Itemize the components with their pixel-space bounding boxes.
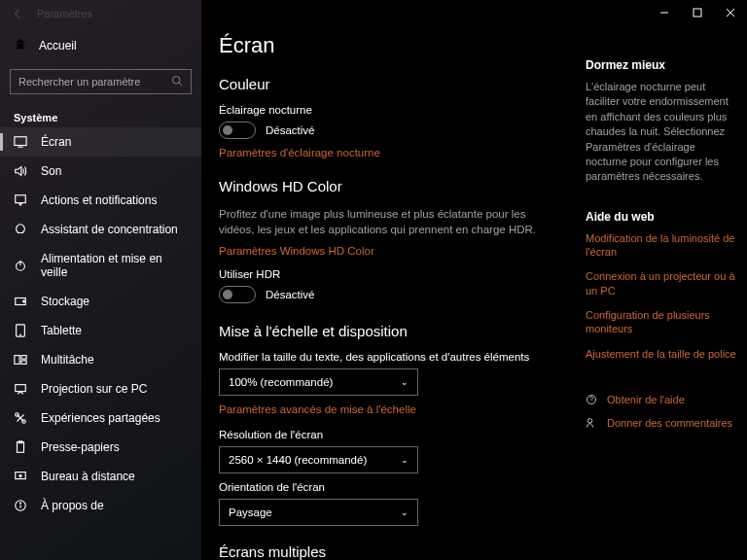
hdr-toggle[interactable] — [219, 286, 256, 303]
nav-son[interactable]: Son — [0, 157, 201, 186]
nav-list: Écran Son Actions et notifications Assis… — [0, 127, 201, 560]
orientation-select[interactable]: Paysage ⌄ — [219, 499, 418, 526]
webhelp-link[interactable]: Ajustement de la taille de police — [586, 347, 739, 361]
nav-item-label: Multitâche — [41, 353, 94, 367]
nav-item-label: Bureau à distance — [41, 470, 135, 483]
remote-icon — [14, 470, 27, 483]
nav-item-label: À propos de — [41, 499, 104, 512]
nav-projection[interactable]: Projection sur ce PC — [0, 374, 201, 403]
nav-item-label: Son — [41, 164, 61, 178]
maximize-button[interactable] — [681, 0, 714, 25]
sound-icon — [14, 164, 27, 178]
minimize-button[interactable] — [648, 0, 681, 25]
nav-about[interactable]: À propos de — [0, 491, 201, 520]
section-heading-scale: Mise à l'échelle et disposition — [219, 323, 586, 339]
hdcolor-settings-link[interactable]: Paramètres Windows HD Color — [219, 245, 586, 257]
nav-ecran[interactable]: Écran — [0, 127, 201, 157]
hdr-label: Utiliser HDR — [219, 268, 586, 280]
orientation-label: Orientation de l'écran — [219, 481, 586, 493]
focus-icon — [14, 223, 27, 236]
feedback-label: Donner des commentaires — [607, 417, 732, 429]
hdcolor-desc: Profitez d'une image plus lumineuse et p… — [219, 206, 540, 237]
display-icon — [14, 135, 27, 149]
home-button[interactable]: Accueil — [0, 29, 201, 61]
section-heading-multi: Écrans multiples — [219, 543, 586, 560]
svg-rect-17 — [21, 361, 26, 365]
svg-rect-16 — [21, 356, 26, 360]
home-icon — [14, 37, 27, 53]
home-label: Accueil — [39, 39, 77, 52]
nav-item-label: Alimentation et mise en veille — [41, 252, 188, 279]
projection-icon — [14, 382, 27, 396]
nav-shared[interactable]: Expériences partagées — [0, 403, 201, 433]
resolution-label: Résolution de l'écran — [219, 429, 586, 440]
webhelp-link[interactable]: Connexion à un projecteur ou à un PC — [586, 269, 739, 298]
get-help-link[interactable]: Obtenir de l'aide — [586, 394, 739, 405]
resolution-value: 2560 × 1440 (recommandé) — [229, 454, 367, 466]
close-button[interactable] — [714, 0, 747, 25]
scale-value: 100% (recommandé) — [229, 376, 333, 388]
clipboard-icon — [14, 440, 27, 454]
nightlight-label: Éclairage nocturne — [219, 104, 586, 116]
chevron-down-icon: ⌄ — [401, 508, 409, 517]
nightlight-toggle[interactable] — [219, 122, 256, 139]
window-controls — [648, 0, 747, 25]
svg-rect-1 — [694, 9, 701, 17]
hdr-state: Désactivé — [266, 289, 315, 300]
tablet-icon — [14, 324, 27, 337]
chevron-down-icon: ⌄ — [401, 455, 409, 465]
shared-icon — [14, 411, 27, 425]
advanced-scale-link[interactable]: Paramètres avancés de mise à l'échelle — [219, 403, 586, 415]
tip-heading: Dormez mieux — [586, 58, 739, 72]
nav-multitask[interactable]: Multitâche — [0, 345, 201, 374]
webhelp-link[interactable]: Modification de la luminosité de l'écran — [586, 231, 739, 260]
storage-icon — [14, 295, 27, 308]
webhelp-heading: Aide du web — [586, 210, 739, 224]
svg-point-19 — [16, 413, 19, 417]
nav-item-label: Stockage — [41, 295, 89, 308]
multitask-icon — [14, 353, 27, 367]
help-icon — [586, 394, 597, 405]
category-label: Système — [0, 102, 201, 127]
nav-clipboard[interactable]: Presse-papiers — [0, 433, 201, 462]
svg-rect-18 — [16, 385, 26, 392]
nav-item-label: Tablette — [41, 324, 82, 337]
section-heading-hdcolor: Windows HD Color — [219, 178, 586, 194]
orientation-value: Paysage — [229, 507, 272, 518]
nav-storage[interactable]: Stockage — [0, 287, 201, 316]
nav-item-label: Actions et notifications — [41, 193, 157, 207]
tip-text: L'éclairage nocturne peut faciliter votr… — [586, 80, 739, 185]
notifications-icon — [14, 193, 27, 207]
nav-remote[interactable]: Bureau à distance — [0, 462, 201, 491]
svg-line-5 — [179, 83, 182, 86]
svg-point-28 — [587, 418, 592, 423]
svg-rect-21 — [18, 442, 24, 453]
nav-power[interactable]: Alimentation et mise en veille — [0, 244, 201, 287]
get-help-label: Obtenir de l'aide — [607, 394, 685, 405]
svg-point-4 — [173, 77, 181, 85]
svg-rect-15 — [15, 356, 19, 365]
nightlight-state: Désactivé — [266, 124, 315, 136]
nav-item-label: Expériences partagées — [41, 411, 160, 425]
nav-focus[interactable]: Assistant de concentration — [0, 215, 201, 244]
scale-label: Modifier la taille du texte, des applica… — [219, 351, 586, 363]
svg-point-26 — [20, 503, 21, 504]
main-content: Écran Couleur Éclairage nocturne Désacti… — [201, 0, 586, 560]
power-icon — [14, 259, 27, 272]
nav-item-label: Écran — [41, 135, 71, 149]
feedback-link[interactable]: Donner des commentaires — [586, 417, 739, 429]
search-input[interactable]: Rechercher un paramètre — [10, 69, 192, 94]
section-heading-color: Couleur — [219, 76, 586, 92]
webhelp-link[interactable]: Configuration de plusieurs moniteurs — [586, 308, 739, 336]
svg-rect-8 — [16, 195, 26, 203]
search-icon — [171, 75, 183, 88]
scale-select[interactable]: 100% (recommandé) ⌄ — [219, 368, 418, 396]
nightlight-settings-link[interactable]: Paramètres d'éclairage nocturne — [219, 147, 586, 158]
info-icon — [14, 499, 27, 512]
nav-item-label: Assistant de concentration — [41, 223, 178, 236]
nav-tablet[interactable]: Tablette — [0, 316, 201, 345]
nav-notifications[interactable]: Actions et notifications — [0, 186, 201, 215]
feedback-icon — [586, 417, 597, 429]
resolution-select[interactable]: 2560 × 1440 (recommandé) ⌄ — [219, 446, 418, 473]
search-placeholder: Rechercher un paramètre — [18, 76, 140, 88]
